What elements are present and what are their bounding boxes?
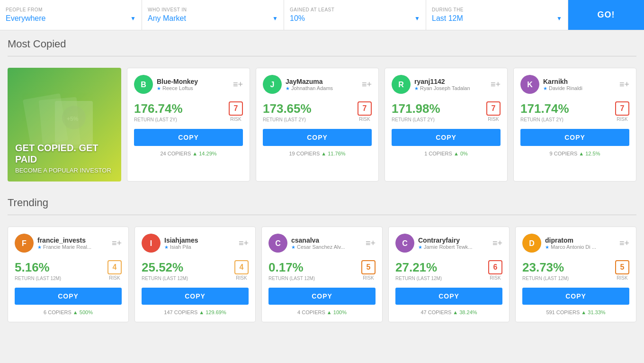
promo-main-text: GET COPIED. GET PAID xyxy=(15,142,114,165)
menu-icon[interactable]: ≡+ xyxy=(233,80,243,90)
card-stats: 171.98% RETURN (LAST 2Y) 7 RISK xyxy=(392,101,501,122)
trader-card: B Blue-Monkey ★ Reece Loftus ≡+ 176.74% … xyxy=(127,68,250,182)
filter-people-from-value[interactable]: Everywhere ▼ xyxy=(6,14,136,23)
user-info: Contraryfairy ★ Jamie Robert Tewk... xyxy=(418,236,473,250)
gain-pct: 12.5% xyxy=(579,151,600,156)
menu-icon[interactable]: ≡+ xyxy=(492,238,502,248)
card-footer: 24 COPIERS 14.29% xyxy=(134,151,243,156)
copiers-count: 6 COPIERS xyxy=(44,309,72,315)
card-header: C csanalva ★ Cesar Sanchez Alv... ≡+ xyxy=(268,234,376,253)
trader-card: K Karnikh ★ Davide Rinaldi ≡+ 171.74% RE… xyxy=(513,68,636,182)
chevron-down-icon: ▼ xyxy=(272,15,278,22)
star-icon: ★ xyxy=(545,245,549,250)
risk-box: 7 RISK xyxy=(358,101,372,122)
svg-text:K: K xyxy=(527,81,533,89)
trending-title: Trending xyxy=(8,197,636,209)
svg-text:C: C xyxy=(402,239,408,247)
return-label: RETURN (LAST 12M) xyxy=(395,276,442,281)
copy-button[interactable]: COPY xyxy=(142,288,249,305)
star-icon: ★ xyxy=(414,86,419,91)
filter-during-the[interactable]: DURING THE Last 12M ▼ xyxy=(426,0,568,30)
return-info: 27.21% RETURN (LAST 12M) xyxy=(395,260,442,281)
menu-icon[interactable]: ≡+ xyxy=(491,80,501,90)
risk-label: RISK xyxy=(230,117,241,122)
trader-card: D dipratom ★ Marco Antonio Di ... ≡+ 23.… xyxy=(515,227,636,322)
card-user: D dipratom ★ Marco Antonio Di ... xyxy=(522,234,596,253)
username: Isiahjames xyxy=(164,236,198,244)
risk-label: RISK xyxy=(359,117,370,122)
avatar: J xyxy=(263,75,282,94)
go-button[interactable]: GO! xyxy=(568,0,644,30)
copiers-count: 47 COPIERS xyxy=(420,309,451,315)
gain-pct: 500% xyxy=(73,309,93,315)
avatar: B xyxy=(134,75,153,94)
avatar: I xyxy=(142,234,161,253)
avatar: C xyxy=(268,234,287,253)
filter-gained-at-least-value[interactable]: 10% ▼ xyxy=(290,14,420,23)
risk-label: RISK xyxy=(109,275,120,281)
copy-button[interactable]: COPY xyxy=(392,129,501,146)
avatar: D xyxy=(522,234,541,253)
card-user: J JayMazuma ★ Johnathan Adams xyxy=(263,75,333,94)
menu-icon[interactable]: ≡+ xyxy=(619,80,629,90)
trader-card: C csanalva ★ Cesar Sanchez Alv... ≡+ 0.1… xyxy=(261,227,383,322)
copiers-count: 147 COPIERS xyxy=(164,309,197,315)
return-pct: 27.21% xyxy=(395,260,442,275)
filter-who-invest-in-label: WHO INVEST IN xyxy=(148,7,278,12)
return-pct: 171.74% xyxy=(520,101,569,116)
copy-button[interactable]: COPY xyxy=(520,129,629,146)
promo-sub-text: BECOME A POPULAR INVESTOR xyxy=(15,167,114,174)
trader-card: F francie_invests ★ Francie Marie Real..… xyxy=(8,227,129,322)
menu-icon[interactable]: ≡+ xyxy=(366,238,376,248)
card-footer: 147 COPIERS 129.69% xyxy=(142,309,249,315)
filter-gained-at-least[interactable]: GAINED AT LEAST 10% ▼ xyxy=(284,0,426,30)
copy-button[interactable]: COPY xyxy=(15,288,122,305)
card-user: K Karnikh ★ Davide Rinaldi xyxy=(520,75,582,94)
gain-pct: 100% xyxy=(327,309,347,315)
filter-who-invest-in[interactable]: WHO INVEST IN Any Market ▼ xyxy=(142,0,284,30)
card-stats: 173.65% RETURN (LAST 2Y) 7 RISK xyxy=(263,101,372,122)
promo-card[interactable]: +5% GET COPIED. GET PAID BECOME A POPULA… xyxy=(8,68,121,182)
return-pct: 173.65% xyxy=(263,101,312,116)
copy-button[interactable]: COPY xyxy=(268,288,376,305)
user-info: Karnikh ★ Davide Rinaldi xyxy=(543,78,582,91)
filter-people-from[interactable]: PEOPLE FROM Everywhere ▼ xyxy=(0,0,142,30)
username: francie_invests xyxy=(37,236,91,244)
copy-button[interactable]: COPY xyxy=(263,129,372,146)
star-icon: ★ xyxy=(543,86,547,91)
filter-during-the-label: DURING THE xyxy=(432,7,562,12)
menu-icon[interactable]: ≡+ xyxy=(239,238,249,248)
risk-badge: 5 xyxy=(615,260,629,274)
filter-who-invest-in-value[interactable]: Any Market ▼ xyxy=(148,14,278,23)
filter-during-the-value[interactable]: Last 12M ▼ xyxy=(432,14,562,23)
copy-button[interactable]: COPY xyxy=(522,288,629,305)
menu-icon[interactable]: ≡+ xyxy=(112,238,122,248)
risk-box: 7 RISK xyxy=(486,101,501,122)
most-copied-cards-row: +5% GET COPIED. GET PAID BECOME A POPULA… xyxy=(0,68,644,189)
menu-icon[interactable]: ≡+ xyxy=(619,238,629,248)
risk-label: RISK xyxy=(363,275,374,281)
gain-pct: 14.29% xyxy=(192,151,216,156)
gain-pct: 31.33% xyxy=(581,309,605,315)
risk-badge: 4 xyxy=(234,260,249,274)
risk-badge: 4 xyxy=(107,260,122,274)
fullname: ★ Jamie Robert Tewk... xyxy=(418,244,473,250)
gain-pct: 11.76% xyxy=(321,151,345,156)
menu-icon[interactable]: ≡+ xyxy=(362,80,372,90)
return-pct: 23.73% xyxy=(522,260,569,275)
risk-box: 4 RISK xyxy=(107,260,122,281)
copiers-count: 4 COPIERS xyxy=(297,309,325,315)
risk-label: RISK xyxy=(617,117,627,122)
gain-pct: 0% xyxy=(454,151,468,156)
return-label: RETURN (LAST 12M) xyxy=(142,276,188,281)
svg-text:J: J xyxy=(270,81,275,89)
most-copied-title: Most Copied xyxy=(8,38,636,50)
copy-button[interactable]: COPY xyxy=(395,288,502,305)
risk-badge: 7 xyxy=(358,101,372,116)
trader-card: I Isiahjames ★ Isiah Pila ≡+ 25.52% RETU… xyxy=(134,227,256,322)
user-info: ryanj1142 ★ Ryan Joseph Tadalan xyxy=(414,78,470,91)
card-user: C Contraryfairy ★ Jamie Robert Tewk... xyxy=(395,234,473,253)
return-pct: 0.17% xyxy=(268,260,315,275)
copy-button[interactable]: COPY xyxy=(134,129,243,146)
risk-box: 6 RISK xyxy=(488,260,502,281)
